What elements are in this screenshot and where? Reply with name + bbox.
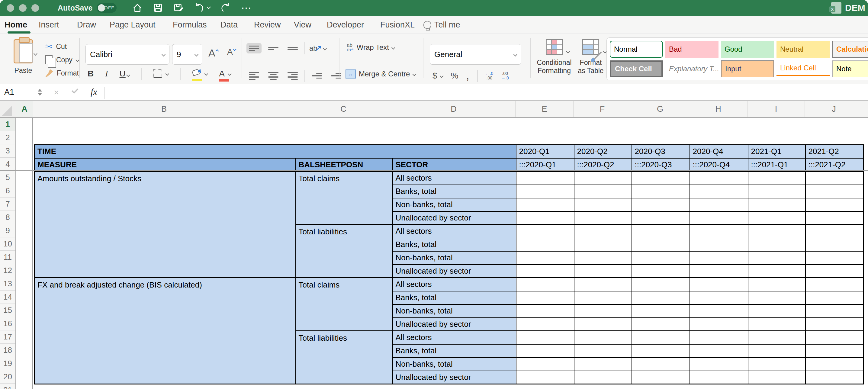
quarter-ref-cell[interactable]: :::2020-Q3 bbox=[632, 158, 690, 172]
value-cell[interactable] bbox=[632, 318, 690, 331]
value-cell[interactable] bbox=[690, 318, 748, 331]
sector-cell[interactable]: Banks, total bbox=[393, 185, 516, 198]
insert-function-button[interactable]: fx bbox=[91, 87, 97, 97]
orientation-button[interactable]: ab bbox=[309, 44, 326, 53]
value-cell[interactable] bbox=[690, 358, 748, 371]
style-note[interactable]: Note bbox=[832, 60, 868, 77]
tab-fusionxl[interactable]: FusionXL bbox=[380, 16, 415, 34]
time-header-cell[interactable]: TIME bbox=[34, 145, 516, 158]
row-header-14[interactable]: 14 bbox=[0, 291, 16, 304]
orientation-menu-chevron[interactable] bbox=[323, 47, 327, 51]
undo-icon[interactable] bbox=[194, 3, 210, 13]
value-cell[interactable] bbox=[574, 358, 632, 371]
copy-menu-chevron[interactable] bbox=[75, 58, 80, 62]
quarter-ref-cell[interactable]: :::2020-Q2 bbox=[574, 158, 632, 172]
value-cell[interactable] bbox=[805, 304, 864, 318]
value-cell[interactable] bbox=[690, 211, 748, 225]
balsheetposn-header-cell[interactable]: BALSHEETPOSN bbox=[296, 158, 393, 172]
value-cell[interactable] bbox=[574, 371, 632, 384]
value-cell[interactable] bbox=[516, 291, 574, 304]
value-cell[interactable] bbox=[632, 344, 690, 358]
comma-format-button[interactable]: , bbox=[466, 69, 469, 82]
quarter-header-cell[interactable]: 2020-Q1 bbox=[516, 145, 574, 158]
value-cell[interactable] bbox=[516, 198, 574, 211]
value-cell[interactable] bbox=[748, 185, 805, 198]
value-cell[interactable] bbox=[574, 318, 632, 331]
value-cell[interactable] bbox=[748, 358, 805, 371]
value-cell[interactable] bbox=[516, 318, 574, 331]
row-header-12[interactable]: 12 bbox=[0, 264, 16, 277]
value-cell[interactable] bbox=[748, 225, 805, 238]
value-cell[interactable] bbox=[574, 291, 632, 304]
freeze-pane-horizontal-divider[interactable] bbox=[0, 170, 868, 171]
value-cell[interactable] bbox=[574, 278, 632, 291]
row-header-6[interactable]: 6 bbox=[0, 184, 16, 198]
style-normal[interactable]: Normal bbox=[610, 41, 663, 58]
sector-cell[interactable]: All sectors bbox=[393, 331, 516, 344]
row-header-21[interactable]: 21 bbox=[0, 384, 16, 389]
column-header-j[interactable]: J bbox=[805, 101, 863, 117]
value-cell[interactable] bbox=[632, 198, 690, 211]
value-cell[interactable] bbox=[690, 344, 748, 358]
quarter-header-cell[interactable]: 2020-Q2 bbox=[574, 145, 632, 158]
value-cell[interactable] bbox=[516, 278, 574, 291]
sector-cell[interactable]: Unallocated by sector bbox=[393, 265, 516, 278]
sector-cell[interactable]: All sectors bbox=[393, 172, 516, 185]
tab-formulas[interactable]: Formulas bbox=[173, 16, 207, 34]
value-cell[interactable] bbox=[574, 198, 632, 211]
paste-button[interactable]: Paste bbox=[7, 39, 40, 74]
name-box[interactable]: A1 bbox=[0, 84, 45, 100]
value-cell[interactable] bbox=[690, 291, 748, 304]
copy-button[interactable]: Copy bbox=[45, 53, 79, 66]
align-left-button[interactable] bbox=[246, 69, 261, 82]
value-cell[interactable] bbox=[632, 172, 690, 185]
value-cell[interactable] bbox=[632, 278, 690, 291]
value-cell[interactable] bbox=[516, 331, 574, 344]
value-cell[interactable] bbox=[516, 185, 574, 198]
row-header-3[interactable]: 3 bbox=[0, 144, 16, 158]
fill-color-menu-chevron[interactable] bbox=[204, 72, 208, 76]
balance-cell[interactable]: Total claims bbox=[296, 172, 393, 225]
decrease-font-button[interactable]: A bbox=[227, 47, 236, 57]
sector-cell[interactable]: Unallocated by sector bbox=[393, 371, 516, 384]
column-header-g[interactable]: G bbox=[631, 101, 689, 117]
value-cell[interactable] bbox=[632, 265, 690, 278]
value-cell[interactable] bbox=[516, 358, 574, 371]
value-cell[interactable] bbox=[516, 265, 574, 278]
tab-page-layout[interactable]: Page Layout bbox=[110, 16, 156, 34]
italic-button[interactable]: I bbox=[105, 69, 108, 79]
value-cell[interactable] bbox=[632, 238, 690, 251]
freeze-pane-vertical-divider[interactable] bbox=[32, 118, 33, 389]
sector-cell[interactable]: Non-banks, total bbox=[393, 251, 516, 265]
value-cell[interactable] bbox=[805, 225, 864, 238]
format-as-table-button[interactable]: Formatas Table bbox=[572, 39, 609, 75]
column-header-h[interactable]: H bbox=[689, 101, 747, 117]
value-cell[interactable] bbox=[748, 211, 805, 225]
value-cell[interactable] bbox=[690, 278, 748, 291]
value-cell[interactable] bbox=[574, 265, 632, 278]
value-cell[interactable] bbox=[805, 318, 864, 331]
minimize-window-button[interactable] bbox=[19, 4, 27, 12]
tab-data[interactable]: Data bbox=[220, 16, 238, 34]
decrease-decimal-button[interactable]: .00→.0 bbox=[501, 71, 509, 80]
value-cell[interactable] bbox=[805, 211, 864, 225]
tell-me-button[interactable]: Tell me bbox=[424, 16, 460, 34]
quarter-header-cell[interactable]: 2021-Q1 bbox=[748, 145, 805, 158]
row-header-17[interactable]: 17 bbox=[0, 330, 16, 344]
save-as-icon[interactable] bbox=[173, 3, 184, 13]
value-cell[interactable] bbox=[516, 238, 574, 251]
value-cell[interactable] bbox=[805, 291, 864, 304]
value-cell[interactable] bbox=[805, 185, 864, 198]
bold-button[interactable]: B bbox=[88, 69, 94, 79]
column-header-d[interactable]: D bbox=[392, 101, 516, 117]
enter-check-icon[interactable] bbox=[71, 87, 79, 94]
sector-cell[interactable]: Unallocated by sector bbox=[393, 318, 516, 331]
align-center-button[interactable] bbox=[266, 69, 281, 82]
wrap-text-menu-chevron[interactable] bbox=[392, 46, 395, 50]
value-cell[interactable] bbox=[690, 172, 748, 185]
value-cell[interactable] bbox=[748, 265, 805, 278]
value-cell[interactable] bbox=[632, 251, 690, 265]
sector-cell[interactable]: Banks, total bbox=[393, 238, 516, 251]
style-explanatory[interactable]: Explanatory T... bbox=[665, 60, 718, 77]
value-cell[interactable] bbox=[690, 251, 748, 265]
